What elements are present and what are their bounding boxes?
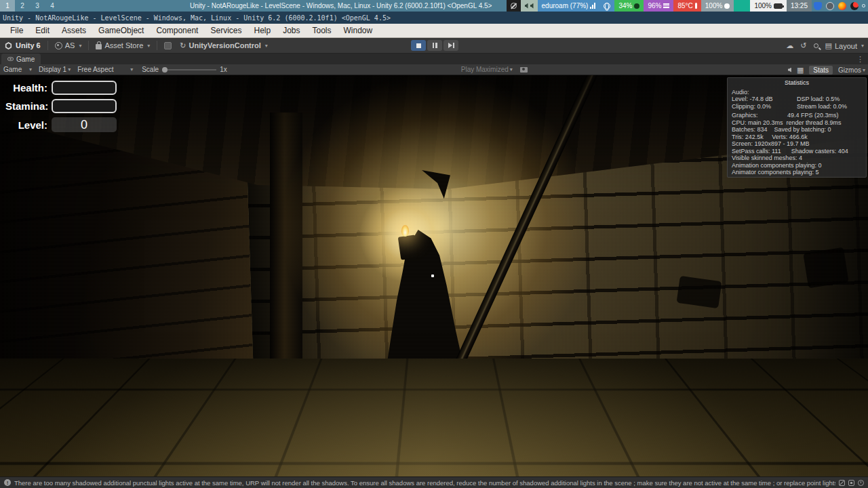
step-icon	[448, 43, 454, 48]
menu-assets[interactable]: Assets	[56, 24, 92, 37]
menu-gameobject[interactable]: GameObject	[92, 24, 150, 37]
menu-bars-icon	[663, 3, 669, 8]
play-maximized-dropdown[interactable]: Play Maximized ▾	[458, 64, 516, 75]
stamina-bar	[52, 99, 117, 113]
render-target-label: Game	[3, 66, 22, 73]
scale-slider-knob[interactable]	[162, 67, 167, 73]
tray-battery[interactable]: 100%	[750, 0, 787, 12]
window-title-bar[interactable]: Unity - NotARougeLike - LevelScene - Win…	[0, 12, 868, 24]
scale-value: 1x	[220, 66, 227, 73]
scale-slider[interactable]	[162, 69, 216, 70]
tray-temperature[interactable]: 85°C	[673, 0, 701, 12]
tray-privacy-indicator[interactable]	[507, 0, 521, 12]
clock-label: 13:25	[791, 2, 808, 9]
system-tray: eduroam (77%) 34% 96% 85°C 100% 100% 13:	[507, 0, 868, 12]
asset-store-dropdown[interactable]: Asset Store ▾	[92, 41, 154, 49]
brightness-icon	[724, 3, 730, 9]
audio-level: Level: -74.8 dB	[732, 96, 797, 103]
scale-label: Scale	[142, 66, 159, 73]
temperature-label: 85°C	[677, 2, 692, 9]
workspace-2[interactable]: 2	[15, 0, 30, 12]
level-value-box: 0	[52, 117, 117, 132]
stat-line-screen: Screen: 1920x897 - 19.7 MB	[732, 140, 862, 148]
menu-component[interactable]: Component	[150, 24, 204, 37]
status-bar[interactable]: ! There are too many shadowed additional…	[0, 476, 868, 488]
notifications-muted-icon[interactable]	[839, 480, 845, 486]
shield-app-icon[interactable]	[814, 2, 822, 10]
firefox-app-icon[interactable]	[838, 2, 846, 10]
package-manager-icon	[164, 42, 172, 49]
unity-version-label: Unity 6	[16, 41, 41, 49]
tray-network[interactable]: eduroam (77%)	[538, 0, 600, 12]
menu-file[interactable]: File	[4, 24, 29, 37]
graphics-heading: Graphics:	[732, 112, 787, 119]
menu-jobs[interactable]: Jobs	[277, 24, 306, 37]
menu-edit[interactable]: Edit	[29, 24, 56, 37]
account-dropdown[interactable]: AS ▾	[51, 41, 86, 49]
search-icon[interactable]	[814, 43, 818, 48]
game-viewport[interactable]: Health: Stamina: Level: 0 Statistics Aud…	[0, 75, 868, 476]
menu-window[interactable]: Window	[338, 24, 379, 37]
chevron-down-icon: ▾	[130, 66, 133, 73]
inventory-slot[interactable]	[441, 436, 477, 472]
display-dropdown[interactable]: Display 1 ▾	[35, 64, 74, 75]
version-control-label: UnityVersionControl	[189, 41, 260, 49]
history-icon[interactable]: ↺	[800, 42, 806, 49]
stat-line-setpass: SetPass calls: 111 Shadow casters: 404	[732, 148, 862, 155]
menu-bar: File Edit Assets GameObject Component Se…	[0, 24, 868, 38]
eye-off-icon	[511, 3, 517, 9]
gizmos-label: Gizmos	[838, 66, 861, 74]
package-manager-button[interactable]	[160, 42, 176, 49]
tab-game-label: Game	[16, 56, 35, 63]
account-label: AS	[65, 41, 75, 49]
inventory-slot[interactable]	[341, 436, 377, 472]
inventory-slot[interactable]	[391, 436, 427, 472]
panel-menu-icon[interactable]: ⋮	[856, 55, 864, 64]
play-button[interactable]	[411, 40, 426, 51]
workspace-1[interactable]: 1	[0, 0, 15, 12]
tray-brightness[interactable]: 100%	[701, 0, 734, 12]
statistics-panel: Statistics Audio: Level: -74.8 dB DSP lo…	[727, 77, 867, 178]
battery-label: 100%	[754, 2, 772, 9]
menu-tools[interactable]: Tools	[307, 24, 338, 37]
tray-overflow-dot[interactable]	[862, 4, 865, 7]
aspect-dropdown[interactable]: Free Aspect ▾	[74, 64, 136, 75]
tray-cpu[interactable]: 34%	[614, 0, 644, 12]
package-status-icon[interactable]	[848, 480, 854, 486]
vsync-grid-icon[interactable]: ▦	[797, 66, 804, 74]
network-label: eduroam (77%)	[542, 2, 589, 9]
eye-icon	[7, 57, 14, 61]
menu-services[interactable]: Services	[204, 24, 248, 37]
layout-dropdown[interactable]: ▤ Layout ▾	[825, 42, 864, 50]
aspect-label: Free Aspect	[77, 66, 113, 73]
step-button[interactable]	[443, 40, 458, 51]
audio-dsp-load: DSP load: 0.5%	[797, 96, 840, 103]
tray-memory[interactable]: 96%	[644, 0, 673, 12]
stats-toggle-button[interactable]: Stats	[809, 66, 833, 75]
screenshot-icon[interactable]	[520, 67, 528, 73]
tray-clock[interactable]: 13:25	[787, 0, 812, 12]
media-app-icon[interactable]	[850, 2, 859, 10]
tray-vpn[interactable]	[599, 0, 614, 12]
cloud-icon[interactable]: ☁	[786, 42, 793, 49]
inventory-slot[interactable]	[492, 436, 528, 472]
mic-muted-icon	[530, 3, 534, 9]
background-tasks-icon[interactable]	[858, 480, 864, 486]
unity-logo-icon	[4, 41, 13, 50]
scale-control: Scale 1x	[142, 66, 227, 73]
brightness-label: 100%	[705, 2, 723, 9]
version-control-dropdown[interactable]: ↻ UnityVersionControl ▾	[176, 41, 272, 49]
pause-button[interactable]	[427, 40, 442, 51]
account-icon	[55, 42, 62, 49]
render-target-dropdown[interactable]: Game ▾	[0, 64, 35, 75]
tab-game[interactable]: Game	[1, 54, 41, 64]
gizmos-dropdown[interactable]: Gizmos ▾	[838, 64, 865, 75]
window-title: Unity - NotARougeLike - LevelScene - Win…	[3, 14, 391, 22]
wifi-icon	[590, 3, 595, 9]
tray-audio-mute[interactable]	[521, 0, 538, 12]
menu-help[interactable]: Help	[248, 24, 277, 37]
workspace-4[interactable]: 4	[45, 0, 60, 12]
settings-app-icon[interactable]	[826, 2, 834, 10]
workspace-3[interactable]: 3	[30, 0, 45, 12]
mute-audio-icon[interactable]	[788, 68, 791, 73]
